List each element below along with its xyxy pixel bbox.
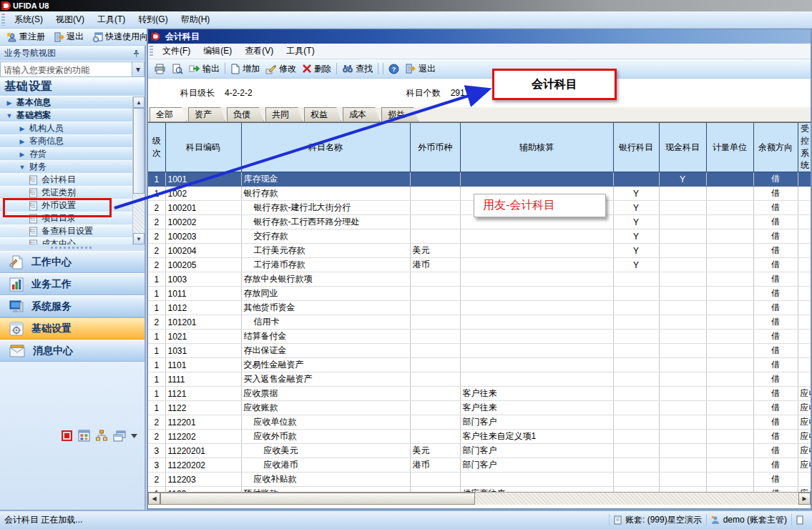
scrollbar-thumb[interactable]: [133, 108, 145, 194]
sidebar-item-存货[interactable]: ▶存货: [0, 148, 132, 161]
table-row[interactable]: 11001库存现金Y借: [148, 172, 811, 187]
column-header[interactable]: 受控系统: [798, 123, 811, 172]
toolbar-button-修改[interactable]: 修改: [263, 61, 299, 76]
menu-item[interactable]: 工具(T): [91, 11, 132, 28]
scroll-up-icon[interactable]: ▲: [133, 97, 145, 108]
tab-权益[interactable]: 权益: [304, 107, 341, 122]
grid-hscrollbar[interactable]: ◀ ▶: [148, 492, 811, 505]
chevron-right-icon[interactable]: ▶: [19, 125, 26, 132]
table-row[interactable]: 11012其他货币资金借: [148, 301, 811, 315]
tab-共同[interactable]: 共同: [265, 107, 303, 122]
nav-button-业务工作[interactable]: 业务工作: [0, 273, 145, 295]
chevron-right-icon[interactable]: ▶: [19, 138, 26, 145]
function-search-box[interactable]: 请输入您要搜索的功能 ▾: [0, 61, 145, 77]
table-row[interactable]: 11101交易性金融资产借: [148, 358, 811, 372]
tab-负债[interactable]: 负债: [227, 107, 264, 122]
nav-button-系统服务[interactable]: 系统服务: [0, 295, 145, 317]
sidebar-item-客商信息[interactable]: ▶客商信息: [0, 135, 132, 148]
scroll-left-icon[interactable]: ◀: [148, 493, 160, 505]
column-header[interactable]: 现金科目: [659, 123, 706, 172]
view-tiles-icon[interactable]: [78, 430, 90, 442]
sidebar-item-备查科目设置[interactable]: 备查科目设置: [0, 225, 132, 238]
tab-损益[interactable]: 损益: [381, 107, 419, 122]
column-header[interactable]: 辅助核算: [460, 123, 613, 172]
column-header[interactable]: 余额方向: [753, 123, 798, 172]
column-header[interactable]: 外币币种: [410, 123, 460, 172]
table-row[interactable]: 11011存放同业借: [148, 287, 811, 301]
chevron-right-icon[interactable]: ▶: [19, 151, 26, 158]
chevron-down-icon[interactable]: ▼: [19, 164, 26, 171]
search-input[interactable]: 请输入您要搜索的功能: [1, 62, 132, 76]
sidebar-item-成本中心[interactable]: 成本中心: [0, 238, 132, 244]
table-row[interactable]: 311220202应收港币港币部门客户借应收系统: [148, 458, 811, 473]
view-dropdown-icon[interactable]: [131, 434, 137, 438]
table-row[interactable]: 2100205工行港币存款港币Y借: [148, 258, 811, 272]
search-dropdown-button[interactable]: ▾: [132, 62, 144, 76]
menu-item[interactable]: 视图(V): [49, 11, 91, 28]
child-menu-item[interactable]: 编辑(E): [197, 43, 238, 59]
menu-item[interactable]: 帮助(H): [175, 11, 217, 28]
child-menu-item[interactable]: 查看(V): [238, 43, 280, 59]
table-row[interactable]: 11122应收账款客户往来借应收系统: [148, 401, 811, 415]
toolbar-button[interactable]: [169, 62, 186, 76]
menu-item[interactable]: 转到(G): [132, 11, 174, 28]
nav-button-基础设置[interactable]: 基础设置: [0, 317, 145, 340]
toolbar-button-增加[interactable]: 增加: [228, 61, 263, 76]
toolbar-button-查找[interactable]: 查找: [339, 61, 376, 76]
scroll-down-icon[interactable]: ▼: [133, 233, 145, 244]
sidebar-splitter[interactable]: [0, 244, 145, 251]
cell-dir: 借: [753, 272, 798, 287]
toolbar-button[interactable]: 快速使用向导: [90, 29, 147, 44]
toolbar-button[interactable]: 退出: [52, 29, 86, 44]
sidebar-item-财务[interactable]: ▼财务: [0, 161, 132, 174]
column-header[interactable]: 银行科目: [613, 123, 659, 172]
scroll-right-icon[interactable]: ▶: [798, 493, 811, 505]
sidebar-item-凭证类别[interactable]: 凭证类别: [0, 187, 132, 199]
table-row[interactable]: 11021结算备付金借: [148, 330, 811, 344]
sidebar-item-外币设置[interactable]: 外币设置: [0, 199, 132, 212]
tab-成本[interactable]: 成本: [343, 107, 380, 122]
toolbar-button[interactable]: [151, 62, 169, 76]
view-orgchart-icon[interactable]: [95, 430, 108, 442]
toolbar-button[interactable]: ?: [386, 62, 402, 76]
chevron-right-icon[interactable]: ▶: [6, 99, 13, 107]
tab-资产[interactable]: 资产: [188, 107, 225, 122]
table-row[interactable]: 11031存出保证金借: [148, 344, 811, 358]
tree-scrollbar[interactable]: ▲ ▼: [132, 97, 145, 244]
table-row[interactable]: 11003存放中央银行款项借: [148, 272, 811, 287]
sidebar-item-基础档案[interactable]: ▼基础档案: [0, 109, 132, 122]
table-row[interactable]: 311220201应收美元美元部门客户借应收系统: [148, 444, 811, 458]
child-menu-item[interactable]: 工具(T): [280, 43, 321, 59]
table-row[interactable]: 2101201信用卡借: [148, 315, 811, 330]
column-header[interactable]: 级次: [148, 123, 165, 172]
pin-icon[interactable]: [132, 49, 140, 57]
sidebar-item-基本信息[interactable]: ▶基本信息: [0, 97, 132, 109]
table-row[interactable]: 11111买入返售金融资产借: [148, 372, 811, 387]
toolbar-button-退出[interactable]: 退出: [402, 61, 439, 76]
table-row[interactable]: 11123预付账款供应商往来借应付系统: [148, 487, 811, 493]
toolbar-button-输出[interactable]: 输出: [186, 61, 222, 76]
column-header[interactable]: 科目编码: [165, 123, 241, 172]
table-row[interactable]: 2112203应收补贴款借: [148, 473, 811, 487]
column-header[interactable]: 科目名称: [241, 123, 410, 172]
nav-button-工作中心[interactable]: 工作中心: [0, 251, 145, 273]
table-row[interactable]: 2100203交行存款Y借: [148, 229, 811, 244]
table-row[interactable]: 2112202应收外币款客户往来自定义项1借应收系统: [148, 430, 811, 444]
toolbar-button[interactable]: 重注册: [4, 29, 47, 44]
child-menu-item[interactable]: 文件(F): [156, 43, 197, 59]
view-red-square-icon[interactable]: [61, 430, 73, 442]
toolbar-button-删除[interactable]: 删除: [299, 61, 334, 76]
sidebar-item-项目目录[interactable]: 项目目录: [0, 212, 132, 225]
nav-button-消息中心[interactable]: 消息中心: [0, 340, 145, 362]
view-cascade-icon[interactable]: [113, 430, 126, 442]
tab-全部[interactable]: 全部: [150, 107, 187, 122]
chevron-down-icon[interactable]: ▼: [6, 112, 13, 119]
sidebar-item-机构人员[interactable]: ▶机构人员: [0, 122, 132, 135]
sidebar-item-会计科目[interactable]: 会计科目: [0, 174, 132, 187]
column-header[interactable]: 计量单位: [706, 123, 753, 172]
table-row[interactable]: 2112201应收单位款部门客户借应收系统: [148, 415, 811, 430]
menu-item[interactable]: 系统(S): [8, 11, 49, 28]
table-row[interactable]: 2100204工行美元存款美元Y借: [148, 244, 811, 258]
scrollbar-thumb[interactable]: [160, 493, 475, 505]
table-row[interactable]: 11121应收票据客户往来借应收系统: [148, 387, 811, 401]
